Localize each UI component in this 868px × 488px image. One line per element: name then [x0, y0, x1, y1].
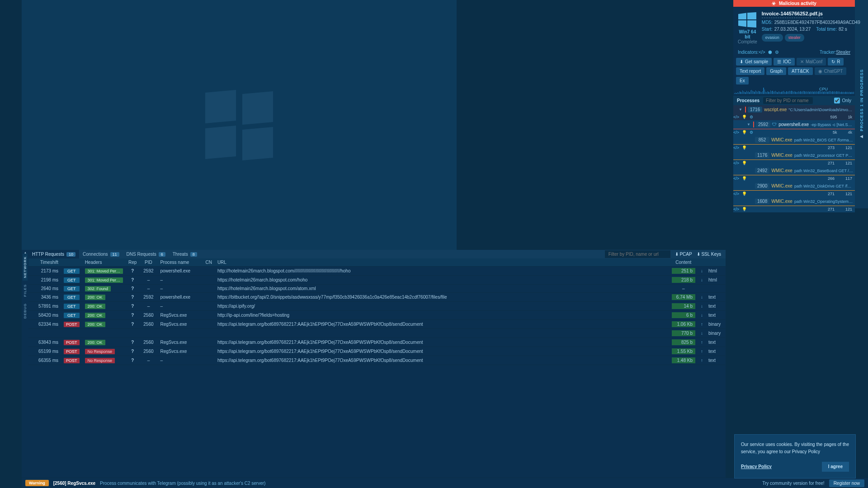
bulb-icon[interactable]: 💡: [742, 192, 747, 196]
table-row[interactable]: 3436 msGET200: OK?2592powershell.exehttp…: [28, 293, 726, 302]
process-row[interactable]: 1176WMIC.exepath Win32_processor GET Pro…: [733, 151, 855, 160]
indicator-icons: </> ⬢ ⚙: [759, 50, 778, 55]
table-row[interactable]: 63843 msPOST200: OK?2560RegSvcs.exehttps…: [28, 338, 726, 347]
wrench-icon: ✕: [800, 59, 804, 64]
table-row[interactable]: 58420 msGET200: OK?2560RegSvcs.exehttp:/…: [28, 311, 726, 320]
register-button[interactable]: Register now: [829, 479, 864, 487]
threats-tab[interactable]: Threats 8: [169, 250, 201, 258]
bulb-icon[interactable]: 💡: [742, 207, 747, 211]
tracker-label: Tracker:: [820, 50, 836, 55]
privacy-policy-link[interactable]: Privacy Policy: [741, 463, 772, 470]
process-row[interactable]: ▼1716wscript.exe"C:\Users\admin\Download…: [733, 105, 855, 114]
table-row[interactable]: 2198 msGET301: Moved Per…?––https://hote…: [28, 276, 726, 285]
bulb-icon[interactable]: 💡: [742, 161, 747, 165]
table-row[interactable]: 65199 msPOSTNo Response?2560RegSvcs.exeh…: [28, 347, 726, 356]
process-exe: wscript.exe: [764, 107, 787, 112]
debug-side-tab[interactable]: DEBUG: [23, 300, 28, 321]
files-side-tab[interactable]: FILES: [23, 282, 28, 300]
dns-requests-tab[interactable]: DNS Requests 6: [123, 250, 169, 258]
ex-button[interactable]: Ex: [736, 77, 749, 84]
connections-tab[interactable]: Connections 11: [79, 250, 123, 258]
malconf-button[interactable]: ✕MalConf: [797, 58, 826, 66]
bulb-icon[interactable]: 💡: [742, 115, 747, 119]
gear-icon[interactable]: ⚙: [750, 130, 753, 135]
process-tree: ▼1716wscript.exe"C:\Users\admin\Download…: [733, 105, 855, 212]
tag-stealer[interactable]: stealer: [785, 34, 804, 42]
severity-bar: [753, 122, 754, 127]
pcap-download[interactable]: ⬇ PCAP: [675, 252, 692, 257]
cube-icon[interactable]: ⬢: [768, 50, 772, 55]
code-icon[interactable]: </>: [733, 192, 739, 196]
code-icon[interactable]: </>: [759, 50, 765, 55]
network-filter-input[interactable]: [605, 250, 670, 258]
process-row[interactable]: 852WMIC.exepath Win32_BIOS GET /format:l…: [733, 136, 855, 144]
code-icon[interactable]: </>: [733, 115, 739, 119]
code-icon[interactable]: </>: [733, 130, 739, 135]
code-icon[interactable]: </>: [733, 145, 739, 150]
stat-1: 273: [828, 145, 835, 150]
process-row[interactable]: 1608WMIC.exepath Win32_OperatingSystem G…: [733, 197, 855, 206]
pid-badge: 1608: [755, 198, 769, 204]
conn-count-badge: 11: [110, 252, 119, 257]
process-row[interactable]: 2900WMIC.exepath Win32_DiskDrive GET /fo…: [733, 182, 855, 190]
only-checkbox[interactable]: Only: [834, 98, 851, 103]
get-sample-button[interactable]: ⬇Get sample: [736, 58, 772, 66]
table-row[interactable]: 57891 msGET200: OK?––https://api.ipify.o…: [28, 302, 726, 311]
process-row[interactable]: ▼2592🛡powershell.exe-ep Bypass -c [Net.S…: [733, 120, 855, 129]
circle-icon: ◉: [818, 69, 822, 74]
table-row[interactable]: 62334 msPOST200: OK?2560RegSvcs.exehttps…: [28, 320, 726, 329]
text-report-button[interactable]: Text report: [736, 67, 764, 75]
stat-2: 117: [845, 176, 852, 181]
sample-filename[interactable]: Invoice-1445766252.pdf.js: [762, 10, 823, 18]
col-pid: PID: [139, 258, 157, 267]
table-row[interactable]: 2640 msGET302: Found?––https://hotelmain…: [28, 285, 726, 293]
list-icon: ☰: [777, 59, 781, 64]
processes-title: Processes: [737, 98, 760, 103]
code-icon[interactable]: </>: [733, 207, 739, 211]
process-filter-input[interactable]: [763, 97, 813, 104]
tree-toggle-icon[interactable]: ▼: [739, 108, 743, 112]
md5-value[interactable]: 258B1E8DE4924787FB4032649A9ACD49: [774, 19, 860, 26]
cookie-text: Our service uses cookies. By visiting th…: [741, 441, 849, 455]
col-headers: Headers: [61, 258, 126, 267]
process-stats: </>💡⚙5951k: [733, 114, 855, 120]
process-stats: </>💡271121: [733, 160, 855, 166]
vm-desktop: [22, 0, 457, 250]
process-stats: </>💡271121: [733, 190, 855, 197]
tracker-link[interactable]: Stealer: [836, 50, 850, 55]
re-button[interactable]: ↻R: [828, 58, 844, 66]
gear-icon[interactable]: ⚙: [750, 115, 753, 119]
process-row[interactable]: 2492WMIC.exepath Win32_BaseBoard GET /fo…: [733, 166, 855, 175]
cpu-chart: CPU: [733, 88, 855, 96]
table-row[interactable]: 770 b↓binary: [28, 329, 726, 338]
network-side-tab[interactable]: NETWORK: [23, 253, 28, 281]
ioc-button[interactable]: ☰IOC: [774, 58, 795, 66]
stat-2: 121: [845, 192, 852, 196]
agree-button[interactable]: I agree: [822, 462, 849, 472]
status-bar: Warning [2560] RegSvcs.exe Process commu…: [22, 478, 868, 488]
graph-button[interactable]: Graph: [766, 67, 786, 75]
windows-icon: [738, 12, 756, 28]
malicious-banner: ☣ Malicious activity: [733, 0, 855, 7]
code-icon[interactable]: </>: [733, 161, 739, 165]
gear-icon[interactable]: ⚙: [775, 50, 779, 55]
http-count-badge: 10: [66, 252, 75, 257]
total-label: Total time:: [816, 26, 837, 33]
process-args: path Win32_DiskDrive GET /format:list: [794, 184, 853, 188]
os-name: Win7 64 bit: [738, 29, 757, 39]
http-requests-tab[interactable]: HTTP Requests 10: [28, 250, 79, 258]
code-icon[interactable]: </>: [733, 176, 739, 181]
bulb-icon[interactable]: 💡: [742, 130, 747, 135]
only-checkbox-input[interactable]: [834, 98, 840, 103]
chatgpt-button[interactable]: ◉ChatGPT: [815, 67, 847, 75]
bulb-icon[interactable]: 💡: [742, 145, 747, 150]
attck-button[interactable]: ATT&CK: [788, 67, 813, 75]
table-row[interactable]: 2173 msGET301: Moved Per…?2592powershell…: [28, 267, 726, 276]
tag-evasion[interactable]: evasion: [762, 34, 783, 42]
tree-toggle-icon[interactable]: ▼: [747, 122, 751, 127]
bulb-icon[interactable]: 💡: [742, 176, 747, 181]
ssl-keys-download[interactable]: ⬇ SSL Keys: [697, 252, 721, 257]
stat-2: 1k: [848, 115, 852, 119]
table-row[interactable]: 66355 msPOSTNo Response?––https://api.te…: [28, 356, 726, 365]
process-stats: </>💡⚙5k4k: [733, 129, 855, 136]
